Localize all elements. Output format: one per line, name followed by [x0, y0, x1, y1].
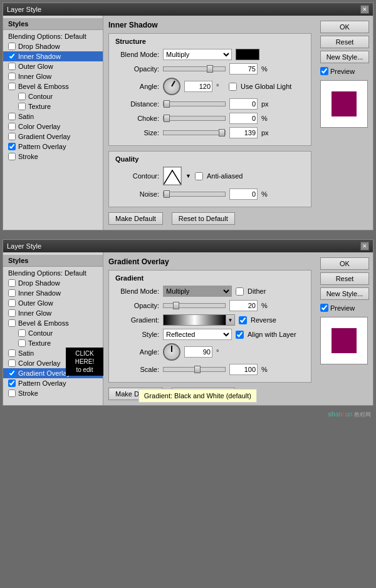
inner-glow-checkbox[interactable]: [8, 73, 16, 80]
sidebar-item-contour-2[interactable]: Contour: [3, 328, 103, 338]
sidebar-item-blending-options-2[interactable]: Blending Options: Default: [3, 268, 103, 278]
distance-input[interactable]: [229, 98, 258, 110]
opacity-slider-thumb-2[interactable]: [173, 302, 179, 309]
outer-glow-checkbox-2[interactable]: [8, 299, 16, 307]
use-global-light-checkbox[interactable]: [229, 83, 237, 91]
scale-input[interactable]: [229, 364, 258, 375]
sidebar-item-drop-shadow-2[interactable]: Drop Shadow: [3, 278, 103, 288]
inner-shadow-checkbox-2[interactable]: [8, 289, 16, 297]
reverse-checkbox[interactable]: [239, 316, 247, 324]
opacity-slider-thumb[interactable]: [207, 65, 213, 73]
anti-aliased-checkbox[interactable]: [195, 172, 203, 180]
new-style-button-1[interactable]: New Style...: [320, 51, 369, 63]
angle-input-2[interactable]: [184, 346, 212, 358]
texture-checkbox-2[interactable]: [18, 339, 26, 347]
sidebar-item-inner-glow[interactable]: Inner Glow: [3, 71, 103, 81]
contour-checkbox[interactable]: [18, 93, 26, 100]
sidebar-item-texture[interactable]: Texture: [3, 101, 103, 111]
satin-checkbox[interactable]: [8, 113, 16, 120]
distance-slider-track[interactable]: [163, 101, 226, 106]
gradient-select-container[interactable]: ▼: [163, 314, 235, 326]
color-overlay-checkbox[interactable]: [8, 123, 16, 130]
noise-input[interactable]: [229, 188, 258, 200]
choke-input[interactable]: [229, 113, 258, 124]
sidebar-item-stroke[interactable]: Stroke: [3, 152, 103, 162]
sidebar-item-contour[interactable]: Contour: [3, 91, 103, 101]
choke-label: Choke:: [115, 115, 159, 122]
reset-button-1[interactable]: Reset: [320, 36, 369, 48]
dither-checkbox[interactable]: [236, 287, 244, 296]
close-button-2[interactable]: ✕: [360, 242, 369, 250]
sidebar-item-stroke-2[interactable]: Stroke: [3, 388, 103, 398]
sidebar-item-inner-glow-2[interactable]: Inner Glow: [3, 308, 103, 318]
sidebar-item-texture-2[interactable]: Texture: [3, 338, 103, 348]
contour-arrow[interactable]: ▼: [185, 173, 191, 179]
title-bar-1: Layer Style ✕: [3, 3, 373, 16]
ok-button-1[interactable]: OK: [320, 21, 369, 33]
new-style-button-2[interactable]: New Style...: [320, 287, 369, 300]
opacity-input-2[interactable]: [229, 300, 258, 311]
outer-glow-checkbox[interactable]: [8, 63, 16, 70]
pattern-overlay-checkbox-2[interactable]: [8, 379, 16, 387]
sidebar-item-inner-shadow[interactable]: Inner Shadow: [3, 51, 103, 61]
opacity-input[interactable]: [229, 63, 258, 75]
contour-preview[interactable]: [163, 167, 182, 185]
color-overlay-checkbox-2[interactable]: [8, 359, 16, 367]
preview-checkbox-2[interactable]: [320, 304, 328, 312]
blend-mode-select[interactable]: Multiply Normal Screen: [163, 49, 232, 60]
drop-shadow-checkbox-2[interactable]: [8, 279, 16, 287]
style-select[interactable]: Reflected Linear Radial Angle Diamond: [163, 329, 232, 340]
texture-checkbox[interactable]: [18, 103, 26, 110]
sidebar-item-pattern-overlay[interactable]: Pattern Overlay: [3, 142, 103, 152]
distance-slider-thumb[interactable]: [164, 100, 170, 108]
make-default-button-1[interactable]: Make Default: [108, 212, 163, 225]
ok-button-2[interactable]: OK: [320, 257, 369, 270]
preview-checkbox-1[interactable]: [320, 67, 328, 75]
choke-slider-thumb[interactable]: [164, 115, 170, 122]
opacity-slider-track-2[interactable]: [163, 303, 226, 308]
gradient-overlay-checkbox-2[interactable]: [8, 369, 16, 377]
sidebar-item-gradient-overlay[interactable]: Gradient Overlay: [3, 132, 103, 142]
noise-slider-track[interactable]: [163, 192, 226, 197]
contour-checkbox-2[interactable]: [18, 329, 26, 337]
angle-input[interactable]: [184, 81, 212, 92]
angle-dial-2[interactable]: [163, 343, 180, 361]
stroke-checkbox-2[interactable]: [8, 389, 16, 397]
bevel-emboss-checkbox-2[interactable]: [8, 319, 16, 327]
gradient-overlay-checkbox[interactable]: [8, 133, 16, 140]
stroke-checkbox[interactable]: [8, 153, 16, 160]
blend-mode-select-2[interactable]: Multiply Normal: [163, 286, 232, 297]
opacity-slider-track[interactable]: [163, 66, 226, 71]
sidebar-item-outer-glow[interactable]: Outer Glow: [3, 61, 103, 71]
sidebar-item-outer-glow-2[interactable]: Outer Glow: [3, 298, 103, 308]
angle-dial[interactable]: [163, 78, 180, 95]
reset-to-default-button-1[interactable]: Reset to Default: [172, 212, 235, 225]
sidebar-item-color-overlay[interactable]: Color Overlay: [3, 121, 103, 132]
size-input[interactable]: [229, 127, 258, 138]
sidebar-item-bevel-emboss-2[interactable]: Bevel & Emboss: [3, 318, 103, 328]
bevel-emboss-checkbox[interactable]: [8, 83, 16, 90]
drop-shadow-checkbox[interactable]: [8, 43, 16, 50]
scale-slider-thumb[interactable]: [194, 366, 201, 373]
gradient-select-arrow[interactable]: ▼: [226, 315, 234, 325]
noise-slider-thumb[interactable]: [164, 190, 170, 198]
choke-slider-track[interactable]: [163, 116, 226, 121]
inner-glow-checkbox-2[interactable]: [8, 309, 16, 317]
satin-checkbox-2[interactable]: [8, 349, 16, 357]
size-slider-track[interactable]: [163, 130, 226, 135]
sidebar-item-satin[interactable]: Satin: [3, 111, 103, 121]
size-slider-thumb[interactable]: [219, 129, 225, 137]
sidebar-item-inner-shadow-2[interactable]: Inner Shadow CLICK HERE!to edit: [3, 288, 103, 298]
color-swatch[interactable]: [236, 49, 259, 60]
inner-shadow-checkbox[interactable]: [8, 53, 16, 60]
body-1: Styles Blending Options: Default Drop Sh…: [3, 16, 373, 230]
sidebar-item-blending-options[interactable]: Blending Options: Default: [3, 31, 103, 41]
sidebar-item-pattern-overlay-2[interactable]: Pattern Overlay: [3, 378, 103, 388]
sidebar-item-drop-shadow[interactable]: Drop Shadow: [3, 41, 103, 51]
reset-button-2[interactable]: Reset: [320, 272, 369, 285]
sidebar-item-bevel-emboss[interactable]: Bevel & Emboss: [3, 81, 103, 91]
scale-slider-track[interactable]: [163, 367, 226, 372]
pattern-overlay-checkbox[interactable]: [8, 143, 16, 150]
close-button-1[interactable]: ✕: [360, 5, 369, 14]
align-with-layer-checkbox[interactable]: [236, 331, 244, 339]
